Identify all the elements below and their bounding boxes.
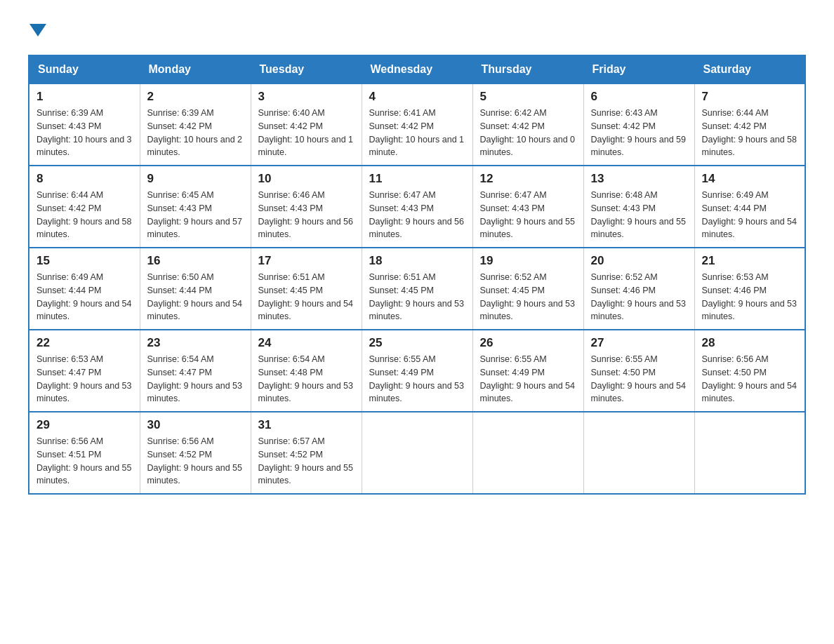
calendar-cell: 17 Sunrise: 6:51 AM Sunset: 4:45 PM Dayl… — [251, 248, 362, 330]
day-info: Sunrise: 6:45 AM Sunset: 4:43 PM Dayligh… — [147, 189, 244, 241]
day-info: Sunrise: 6:53 AM Sunset: 4:46 PM Dayligh… — [702, 271, 798, 323]
calendar-cell: 27 Sunrise: 6:55 AM Sunset: 4:50 PM Dayl… — [583, 330, 694, 412]
day-info: Sunrise: 6:52 AM Sunset: 4:46 PM Dayligh… — [591, 271, 687, 323]
day-number: 27 — [591, 336, 687, 350]
day-number: 4 — [369, 90, 465, 104]
day-number: 5 — [480, 90, 576, 104]
day-number: 16 — [147, 254, 244, 268]
calendar-cell: 16 Sunrise: 6:50 AM Sunset: 4:44 PM Dayl… — [140, 248, 251, 330]
day-info: Sunrise: 6:40 AM Sunset: 4:42 PM Dayligh… — [258, 107, 355, 159]
day-info: Sunrise: 6:56 AM Sunset: 4:51 PM Dayligh… — [37, 435, 133, 488]
calendar-cell: 22 Sunrise: 6:53 AM Sunset: 4:47 PM Dayl… — [29, 330, 140, 412]
calendar-cell: 6 Sunrise: 6:43 AM Sunset: 4:42 PM Dayli… — [583, 83, 694, 166]
calendar-week-row: 8 Sunrise: 6:44 AM Sunset: 4:42 PM Dayli… — [29, 166, 805, 248]
calendar-cell: 23 Sunrise: 6:54 AM Sunset: 4:47 PM Dayl… — [140, 330, 251, 412]
day-number: 1 — [37, 90, 133, 104]
calendar-header-monday: Monday — [140, 55, 251, 83]
calendar-table: SundayMondayTuesdayWednesdayThursdayFrid… — [28, 55, 806, 495]
calendar-cell: 2 Sunrise: 6:39 AM Sunset: 4:42 PM Dayli… — [140, 83, 251, 166]
day-number: 23 — [147, 336, 244, 350]
day-info: Sunrise: 6:39 AM Sunset: 4:43 PM Dayligh… — [37, 107, 133, 159]
day-number: 7 — [702, 90, 798, 104]
day-info: Sunrise: 6:47 AM Sunset: 4:43 PM Dayligh… — [369, 189, 465, 241]
day-number: 18 — [369, 254, 465, 268]
calendar-cell: 21 Sunrise: 6:53 AM Sunset: 4:46 PM Dayl… — [694, 248, 805, 330]
calendar-cell: 12 Sunrise: 6:47 AM Sunset: 4:43 PM Dayl… — [472, 166, 583, 248]
calendar-header-friday: Friday — [583, 55, 694, 83]
day-info: Sunrise: 6:55 AM Sunset: 4:49 PM Dayligh… — [480, 353, 576, 405]
calendar-cell: 1 Sunrise: 6:39 AM Sunset: 4:43 PM Dayli… — [29, 83, 140, 166]
day-number: 19 — [480, 254, 576, 268]
calendar-header-tuesday: Tuesday — [251, 55, 362, 83]
day-info: Sunrise: 6:39 AM Sunset: 4:42 PM Dayligh… — [147, 107, 244, 159]
day-info: Sunrise: 6:52 AM Sunset: 4:45 PM Dayligh… — [480, 271, 576, 323]
calendar-week-row: 22 Sunrise: 6:53 AM Sunset: 4:47 PM Dayl… — [29, 330, 805, 412]
day-number: 9 — [147, 172, 244, 186]
day-info: Sunrise: 6:51 AM Sunset: 4:45 PM Dayligh… — [369, 271, 465, 323]
day-info: Sunrise: 6:56 AM Sunset: 4:52 PM Dayligh… — [147, 435, 244, 488]
day-number: 30 — [147, 418, 244, 432]
day-info: Sunrise: 6:57 AM Sunset: 4:52 PM Dayligh… — [258, 435, 355, 488]
day-info: Sunrise: 6:54 AM Sunset: 4:48 PM Dayligh… — [258, 353, 355, 405]
calendar-week-row: 1 Sunrise: 6:39 AM Sunset: 4:43 PM Dayli… — [29, 83, 805, 166]
calendar-cell: 31 Sunrise: 6:57 AM Sunset: 4:52 PM Dayl… — [251, 412, 362, 494]
day-info: Sunrise: 6:49 AM Sunset: 4:44 PM Dayligh… — [37, 271, 133, 323]
day-number: 8 — [37, 172, 133, 186]
day-number: 31 — [258, 418, 355, 432]
day-info: Sunrise: 6:43 AM Sunset: 4:42 PM Dayligh… — [591, 107, 687, 159]
calendar-header-thursday: Thursday — [472, 55, 583, 83]
day-number: 28 — [702, 336, 798, 350]
calendar-cell — [472, 412, 583, 494]
calendar-cell: 11 Sunrise: 6:47 AM Sunset: 4:43 PM Dayl… — [362, 166, 472, 248]
calendar-cell: 7 Sunrise: 6:44 AM Sunset: 4:42 PM Dayli… — [694, 83, 805, 166]
calendar-header-saturday: Saturday — [694, 55, 805, 83]
day-info: Sunrise: 6:54 AM Sunset: 4:47 PM Dayligh… — [147, 353, 244, 405]
day-number: 21 — [702, 254, 798, 268]
day-number: 2 — [147, 90, 244, 104]
day-number: 11 — [369, 172, 465, 186]
calendar-cell: 24 Sunrise: 6:54 AM Sunset: 4:48 PM Dayl… — [251, 330, 362, 412]
calendar-cell: 30 Sunrise: 6:56 AM Sunset: 4:52 PM Dayl… — [140, 412, 251, 494]
calendar-cell: 3 Sunrise: 6:40 AM Sunset: 4:42 PM Dayli… — [251, 83, 362, 166]
day-number: 15 — [37, 254, 133, 268]
logo-triangle-icon — [29, 24, 46, 36]
day-info: Sunrise: 6:47 AM Sunset: 4:43 PM Dayligh… — [480, 189, 576, 241]
day-info: Sunrise: 6:46 AM Sunset: 4:43 PM Dayligh… — [258, 189, 355, 241]
day-info: Sunrise: 6:44 AM Sunset: 4:42 PM Dayligh… — [37, 189, 133, 241]
calendar-cell: 29 Sunrise: 6:56 AM Sunset: 4:51 PM Dayl… — [29, 412, 140, 494]
day-info: Sunrise: 6:41 AM Sunset: 4:42 PM Dayligh… — [369, 107, 465, 159]
logo — [28, 21, 46, 41]
calendar-cell: 15 Sunrise: 6:49 AM Sunset: 4:44 PM Dayl… — [29, 248, 140, 330]
calendar-cell: 9 Sunrise: 6:45 AM Sunset: 4:43 PM Dayli… — [140, 166, 251, 248]
day-number: 22 — [37, 336, 133, 350]
calendar-cell: 19 Sunrise: 6:52 AM Sunset: 4:45 PM Dayl… — [472, 248, 583, 330]
day-info: Sunrise: 6:55 AM Sunset: 4:50 PM Dayligh… — [591, 353, 687, 405]
day-number: 6 — [591, 90, 687, 104]
calendar-cell: 8 Sunrise: 6:44 AM Sunset: 4:42 PM Dayli… — [29, 166, 140, 248]
day-number: 17 — [258, 254, 355, 268]
day-number: 13 — [591, 172, 687, 186]
day-info: Sunrise: 6:42 AM Sunset: 4:42 PM Dayligh… — [480, 107, 576, 159]
calendar-week-row: 15 Sunrise: 6:49 AM Sunset: 4:44 PM Dayl… — [29, 248, 805, 330]
calendar-header-wednesday: Wednesday — [362, 55, 472, 83]
day-info: Sunrise: 6:50 AM Sunset: 4:44 PM Dayligh… — [147, 271, 244, 323]
calendar-cell: 20 Sunrise: 6:52 AM Sunset: 4:46 PM Dayl… — [583, 248, 694, 330]
calendar-cell: 10 Sunrise: 6:46 AM Sunset: 4:43 PM Dayl… — [251, 166, 362, 248]
day-number: 10 — [258, 172, 355, 186]
calendar-cell: 26 Sunrise: 6:55 AM Sunset: 4:49 PM Dayl… — [472, 330, 583, 412]
calendar-header-sunday: Sunday — [29, 55, 140, 83]
day-info: Sunrise: 6:55 AM Sunset: 4:49 PM Dayligh… — [369, 353, 465, 405]
calendar-cell: 5 Sunrise: 6:42 AM Sunset: 4:42 PM Dayli… — [472, 83, 583, 166]
calendar-cell: 18 Sunrise: 6:51 AM Sunset: 4:45 PM Dayl… — [362, 248, 472, 330]
day-info: Sunrise: 6:51 AM Sunset: 4:45 PM Dayligh… — [258, 271, 355, 323]
calendar-cell — [694, 412, 805, 494]
day-number: 20 — [591, 254, 687, 268]
day-number: 29 — [37, 418, 133, 432]
day-number: 26 — [480, 336, 576, 350]
calendar-cell: 25 Sunrise: 6:55 AM Sunset: 4:49 PM Dayl… — [362, 330, 472, 412]
calendar-cell — [583, 412, 694, 494]
day-info: Sunrise: 6:53 AM Sunset: 4:47 PM Dayligh… — [37, 353, 133, 405]
day-info: Sunrise: 6:49 AM Sunset: 4:44 PM Dayligh… — [702, 189, 798, 241]
calendar-cell — [362, 412, 472, 494]
calendar-cell: 14 Sunrise: 6:49 AM Sunset: 4:44 PM Dayl… — [694, 166, 805, 248]
